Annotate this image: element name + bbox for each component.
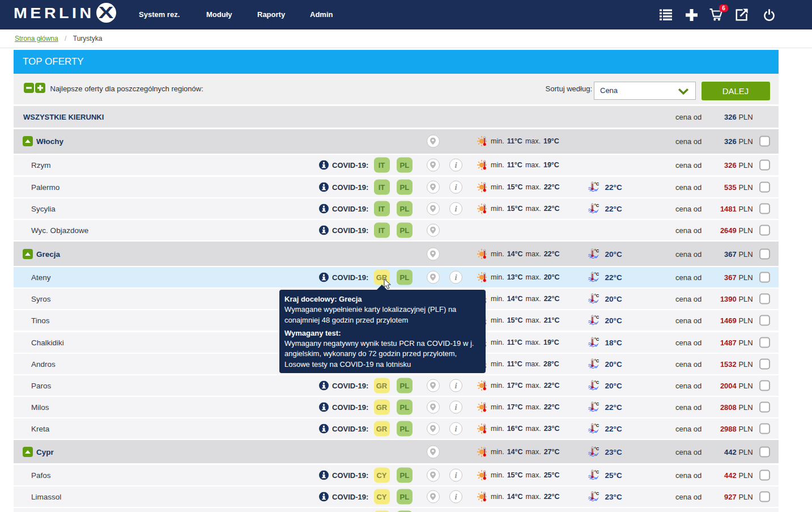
- svg-text:°C: °C: [594, 337, 600, 342]
- svg-text:°C: °C: [594, 491, 600, 496]
- svg-text:°C: °C: [594, 424, 600, 429]
- svg-text:°C: °C: [594, 315, 600, 320]
- svg-text:°C: °C: [594, 401, 600, 407]
- svg-text:°C: °C: [594, 446, 600, 451]
- svg-text:°C: °C: [594, 203, 600, 208]
- svg-text:°C: °C: [594, 272, 600, 277]
- svg-text:°C: °C: [594, 358, 600, 363]
- svg-text:°C: °C: [594, 293, 600, 298]
- svg-text:°C: °C: [594, 380, 600, 385]
- svg-text:°C: °C: [594, 469, 600, 475]
- svg-text:°C: °C: [594, 181, 600, 187]
- svg-text:°C: °C: [594, 248, 600, 253]
